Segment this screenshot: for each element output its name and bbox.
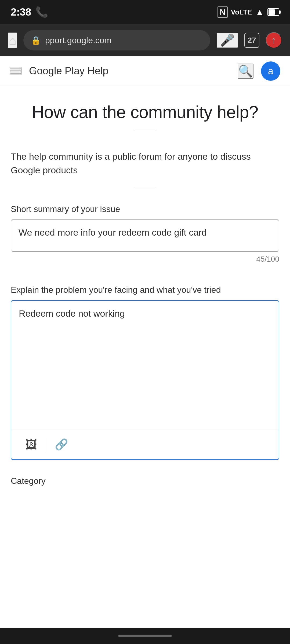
page-heading: How can the community help? xyxy=(16,102,274,123)
bottom-nav xyxy=(0,628,290,644)
hamburger-line-2 xyxy=(10,71,21,71)
summary-input[interactable] xyxy=(11,219,279,252)
app-title: Google Play Help xyxy=(29,65,230,77)
image-icon: 🖼 xyxy=(25,438,37,451)
main-content: How can the community help? The help com… xyxy=(0,86,290,494)
explain-textarea[interactable] xyxy=(11,301,279,430)
phone-icon: 📞 xyxy=(35,6,48,18)
volte-icon: VoLTE xyxy=(231,8,252,16)
hamburger-line-1 xyxy=(10,68,21,68)
summary-section: Short summary of your issue 45/100 xyxy=(11,199,279,272)
url-text: pport.google.com xyxy=(45,35,203,45)
insert-image-button[interactable]: 🖼 xyxy=(19,435,44,454)
explain-section: Explain the problem you're facing and wh… xyxy=(11,272,279,465)
char-count: 45/100 xyxy=(11,255,279,264)
home-icon: ⌂ xyxy=(9,33,16,47)
browser-profile-button[interactable]: ↑ xyxy=(266,32,282,48)
status-time-text: 2:38 xyxy=(11,6,31,18)
bottom-indicator xyxy=(118,635,172,637)
mic-icon: 🎤 xyxy=(220,34,235,47)
user-avatar[interactable]: a xyxy=(261,61,280,81)
summary-label: Short summary of your issue xyxy=(11,204,279,214)
explain-label: Explain the problem you're facing and wh… xyxy=(11,285,279,295)
status-icons-container: N VoLTE ▲ xyxy=(218,6,279,18)
insert-link-button[interactable]: 🔗 xyxy=(48,436,75,453)
hamburger-line-3 xyxy=(10,74,21,74)
search-button[interactable]: 🔍 xyxy=(238,64,253,79)
browser-home-button[interactable]: ⌂ xyxy=(8,32,17,48)
toolbar-divider xyxy=(46,438,46,451)
heading-divider xyxy=(134,131,156,131)
browser-mic-button[interactable]: 🎤 xyxy=(217,33,238,48)
link-icon: 🔗 xyxy=(55,438,68,451)
status-bar: 2:38 📞 N VoLTE ▲ xyxy=(0,0,290,24)
section-divider xyxy=(134,188,156,188)
user-initial: a xyxy=(268,65,273,77)
textarea-toolbar: 🖼 🔗 xyxy=(11,430,279,459)
nfc-icon: N xyxy=(218,6,228,18)
explain-textarea-wrapper: 🖼 🔗 xyxy=(11,300,279,460)
category-label: Category xyxy=(11,476,46,486)
app-header: Google Play Help 🔍 a xyxy=(0,56,290,86)
search-icon: 🔍 xyxy=(238,64,253,78)
browser-url-bar[interactable]: 🔒 pport.google.com xyxy=(23,30,210,50)
hamburger-menu-button[interactable] xyxy=(10,67,21,75)
browser-bar: ⌂ 🔒 pport.google.com 🎤 27 ↑ xyxy=(0,24,290,56)
page-heading-section: How can the community help? xyxy=(11,86,279,147)
status-time-container: 2:38 📞 xyxy=(11,6,48,18)
battery-icon xyxy=(267,8,279,16)
browser-tabs-button[interactable]: 27 xyxy=(244,33,259,48)
description-text: The help community is a public forum for… xyxy=(11,147,279,182)
lock-icon: 🔒 xyxy=(31,36,41,45)
upload-icon: ↑ xyxy=(271,35,276,46)
signal-icon: ▲ xyxy=(255,7,264,17)
tabs-count: 27 xyxy=(248,36,256,45)
category-section: Category xyxy=(11,465,279,494)
